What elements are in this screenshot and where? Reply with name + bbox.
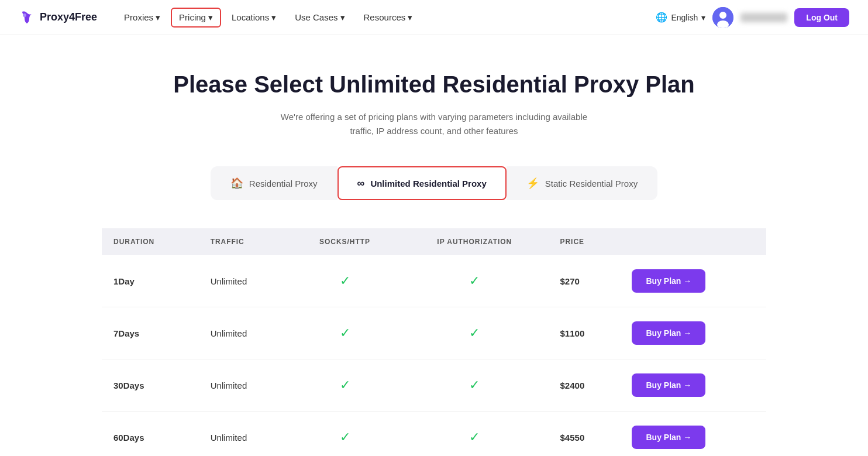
unlimited-tab-icon: ∞ [357, 177, 365, 190]
duration-cell: 1Day [102, 255, 199, 307]
pricing-table-body: 1Day Unlimited ✓ ✓ $270 Buy Plan → 7Days… [102, 255, 766, 456]
col-header-price: PRICE [549, 228, 621, 255]
globe-icon: 🌐 [656, 12, 667, 23]
nav-pricing-label: Pricing [179, 12, 206, 22]
price-cell: $2400 [549, 359, 621, 412]
static-tab-label: Static Residential Proxy [545, 179, 638, 188]
buy-plan-button[interactable]: Buy Plan → [632, 269, 705, 293]
col-header-traffic: TRAFFIC [199, 228, 289, 255]
nav-locations-label: Locations [232, 12, 269, 22]
nav-resources[interactable]: Resources ▾ [356, 8, 421, 28]
ip-auth-cell: ✓ [401, 359, 549, 412]
logo-text: Proxy4Free [40, 11, 97, 23]
nav-locations[interactable]: Locations ▾ [223, 8, 284, 28]
duration-cell: 60Days [102, 412, 199, 457]
navbar: Proxy4Free Proxies ▾ Pricing ▾ Locations… [0, 0, 868, 35]
language-label: English [671, 13, 698, 22]
ip-auth-cell: ✓ [401, 255, 549, 307]
proxies-chevron-icon: ▾ [156, 12, 160, 23]
svg-point-2 [719, 12, 726, 19]
price-cell: $270 [549, 255, 621, 307]
buy-plan-button[interactable]: Buy Plan → [632, 321, 705, 345]
residential-tab-label: Residential Proxy [249, 179, 318, 188]
nav-pricing[interactable]: Pricing ▾ [171, 8, 221, 28]
tab-static-residential[interactable]: ⚡ Static Residential Proxy [507, 166, 657, 200]
tab-unlimited-residential[interactable]: ∞ Unlimited Residential Proxy [337, 166, 507, 200]
price-cell: $4550 [549, 412, 621, 457]
nav-use-cases-label: Use Cases [295, 12, 337, 22]
nav-resources-label: Resources [364, 12, 406, 22]
traffic-cell: Unlimited [199, 359, 289, 412]
ip-auth-check-icon: ✓ [469, 378, 480, 392]
logo-icon [19, 9, 35, 26]
proxy-type-tabs: 🏠 Residential Proxy ∞ Unlimited Resident… [102, 166, 766, 200]
ip-auth-check-icon: ✓ [469, 430, 480, 444]
logo-link[interactable]: Proxy4Free [19, 9, 97, 26]
residential-tab-icon: 🏠 [230, 177, 243, 190]
socks-cell: ✓ [289, 412, 401, 457]
user-name [740, 13, 787, 22]
page-subtitle: We're offering a set of pricing plans wi… [102, 110, 766, 138]
ip-auth-check-icon: ✓ [469, 325, 480, 340]
table-row: 1Day Unlimited ✓ ✓ $270 Buy Plan → [102, 255, 766, 307]
pricing-chevron-icon: ▾ [208, 12, 213, 23]
subtitle-line2: traffic, IP address count, and other fea… [350, 126, 518, 136]
socks-cell: ✓ [289, 255, 401, 307]
nav-proxies-label: Proxies [124, 12, 153, 22]
price-cell: $1100 [549, 307, 621, 359]
traffic-cell: Unlimited [199, 412, 289, 457]
ip-auth-cell: ✓ [401, 412, 549, 457]
buy-cell: Buy Plan → [620, 255, 766, 307]
col-header-duration: DURATION [102, 228, 199, 255]
table-header: DURATION TRAFFIC SOCKS/HTTP IP AUTHORIZA… [102, 228, 766, 255]
table-row: 60Days Unlimited ✓ ✓ $4550 Buy Plan → [102, 412, 766, 457]
language-selector[interactable]: 🌐 English ▾ [656, 12, 705, 23]
unlimited-tab-label: Unlimited Residential Proxy [370, 179, 486, 188]
main-content: Please Select Unlimited Residential Prox… [83, 35, 785, 456]
buy-plan-button[interactable]: Buy Plan → [632, 373, 705, 397]
resources-chevron-icon: ▾ [408, 12, 412, 23]
nav-use-cases[interactable]: Use Cases ▾ [287, 8, 353, 28]
col-header-socks: SOCKS/HTTP [289, 228, 401, 255]
page-title: Please Select Unlimited Residential Prox… [102, 70, 766, 98]
buy-cell: Buy Plan → [620, 307, 766, 359]
locations-chevron-icon: ▾ [271, 12, 276, 23]
socks-check-icon: ✓ [340, 325, 350, 340]
pricing-table: DURATION TRAFFIC SOCKS/HTTP IP AUTHORIZA… [102, 228, 766, 456]
nav-proxies[interactable]: Proxies ▾ [116, 8, 168, 28]
socks-check-icon: ✓ [340, 273, 350, 288]
buy-cell: Buy Plan → [620, 412, 766, 457]
svg-point-0 [23, 13, 26, 17]
static-tab-icon: ⚡ [526, 177, 539, 190]
ip-auth-check-icon: ✓ [469, 273, 480, 288]
socks-cell: ✓ [289, 359, 401, 412]
ip-auth-cell: ✓ [401, 307, 549, 359]
duration-cell: 30Days [102, 359, 199, 412]
socks-check-icon: ✓ [340, 378, 350, 392]
traffic-cell: Unlimited [199, 307, 289, 359]
socks-check-icon: ✓ [340, 430, 350, 444]
nav-right: 🌐 English ▾ Log Out [656, 7, 849, 28]
table-row: 30Days Unlimited ✓ ✓ $2400 Buy Plan → [102, 359, 766, 412]
col-header-action [620, 228, 766, 255]
duration-cell: 7Days [102, 307, 199, 359]
traffic-cell: Unlimited [199, 255, 289, 307]
buy-plan-button[interactable]: Buy Plan → [632, 426, 705, 449]
subtitle-line1: We're offering a set of pricing plans wi… [281, 112, 587, 122]
avatar-icon [712, 7, 733, 28]
logout-button[interactable]: Log Out [794, 8, 849, 27]
avatar[interactable] [712, 7, 733, 28]
nav-links: Proxies ▾ Pricing ▾ Locations ▾ Use Case… [116, 8, 651, 28]
table-row: 7Days Unlimited ✓ ✓ $1100 Buy Plan → [102, 307, 766, 359]
socks-cell: ✓ [289, 307, 401, 359]
language-chevron-icon: ▾ [701, 13, 705, 22]
buy-cell: Buy Plan → [620, 359, 766, 412]
tab-residential[interactable]: 🏠 Residential Proxy [211, 166, 337, 200]
use-cases-chevron-icon: ▾ [340, 12, 345, 23]
col-header-ip-auth: IP AUTHORIZATION [401, 228, 549, 255]
